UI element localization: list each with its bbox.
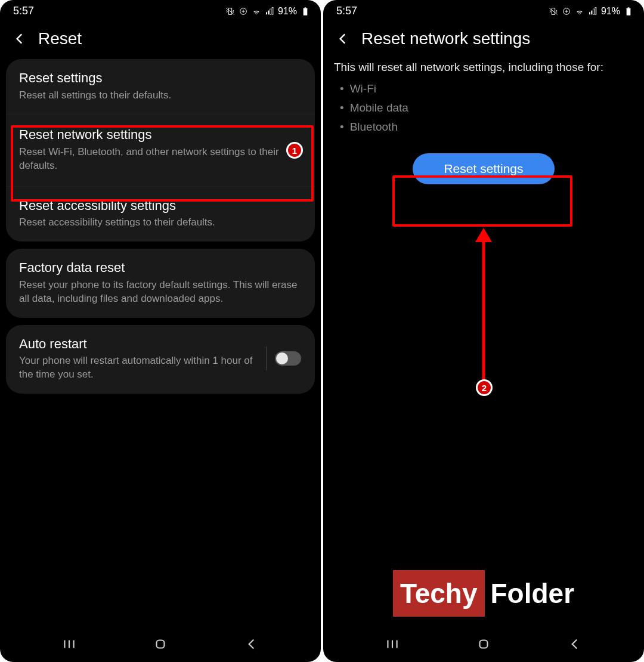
status-time: 5:57 — [336, 5, 357, 17]
svg-rect-19 — [628, 8, 630, 8]
battery-percent: 91% — [601, 6, 620, 17]
item-reset-accessibility-settings[interactable]: Reset accessibility settings Reset acces… — [6, 186, 315, 242]
nav-back-icon[interactable] — [244, 636, 259, 652]
svg-rect-11 — [156, 641, 164, 648]
wifi-icon — [575, 6, 584, 17]
bullet-bluetooth: Bluetooth — [340, 117, 627, 137]
intro-text: This will reset all network settings, in… — [323, 59, 644, 76]
item-subtitle: Your phone will restart automatically wi… — [19, 354, 260, 382]
item-subtitle: Reset all settings to their defaults. — [19, 89, 302, 103]
bullet-mobile-data: Mobile data — [340, 98, 627, 117]
phone-screenshot-right: 5:57 91% Reset network settings This wil… — [323, 0, 644, 662]
svg-rect-16 — [593, 9, 595, 14]
status-time: 5:57 — [13, 5, 34, 17]
item-subtitle: Reset your phone to its factory default … — [19, 279, 302, 306]
signal-icon — [588, 6, 597, 17]
phone-screenshot-left: 5:57 91% Reset Reset settings Reset all … — [0, 0, 321, 662]
status-icons: 91% — [549, 6, 633, 17]
settings-card-2: Factory data reset Reset your phone to i… — [6, 249, 315, 317]
item-subtitle: Reset Wi-Fi, Bluetooth, and other networ… — [19, 146, 302, 173]
nav-recents-icon[interactable] — [61, 636, 77, 652]
nav-home-icon[interactable] — [153, 636, 168, 652]
back-icon[interactable] — [335, 31, 351, 47]
battery-icon — [301, 6, 310, 17]
content-area: This will reset all network settings, in… — [323, 59, 644, 631]
page-header: Reset — [0, 20, 321, 59]
svg-rect-2 — [266, 13, 267, 15]
battery-icon — [624, 6, 633, 17]
page-title: Reset network settings — [361, 29, 530, 48]
item-subtitle: Reset accessibility settings to their de… — [19, 216, 302, 230]
page-header: Reset network settings — [323, 20, 644, 59]
status-icons: 91% — [225, 6, 310, 17]
bullet-list: Wi-Fi Mobile data Bluetooth — [323, 76, 644, 141]
back-icon[interactable] — [12, 31, 27, 47]
item-reset-settings[interactable]: Reset settings Reset all settings to the… — [6, 59, 315, 114]
item-title: Auto restart — [19, 336, 260, 352]
wifi-icon — [252, 6, 261, 17]
item-title: Reset network settings — [19, 126, 302, 143]
watermark: Techy Folder — [393, 570, 574, 617]
svg-rect-7 — [305, 8, 306, 8]
watermark-part-2: Folder — [490, 577, 574, 610]
svg-rect-4 — [270, 9, 271, 14]
page-title: Reset — [38, 29, 82, 48]
nav-bar — [323, 631, 644, 662]
vibrate-icon — [225, 6, 235, 17]
settings-card-1: Reset settings Reset all settings to the… — [6, 59, 315, 242]
item-title: Factory data reset — [19, 259, 302, 276]
item-auto-restart[interactable]: Auto restart Your phone will restart aut… — [6, 325, 315, 394]
status-bar: 5:57 91% — [323, 0, 644, 20]
nav-home-icon[interactable] — [476, 636, 491, 652]
vibrate-icon — [549, 6, 558, 17]
data-saver-icon — [562, 6, 571, 17]
svg-rect-25 — [479, 641, 487, 648]
svg-rect-17 — [595, 8, 596, 15]
content-area: Reset settings Reset all settings to the… — [0, 59, 321, 631]
nav-recents-icon[interactable] — [385, 636, 400, 652]
item-factory-data-reset[interactable]: Factory data reset Reset your phone to i… — [6, 249, 315, 317]
item-title: Reset accessibility settings — [19, 197, 302, 214]
data-saver-icon — [239, 6, 248, 17]
watermark-part-1: Techy — [393, 570, 485, 617]
svg-rect-6 — [304, 8, 308, 16]
settings-card-3: Auto restart Your phone will restart aut… — [6, 325, 315, 394]
svg-rect-15 — [591, 11, 592, 15]
nav-bar — [0, 631, 321, 662]
svg-rect-5 — [272, 8, 273, 15]
bullet-wifi: Wi-Fi — [340, 79, 627, 98]
auto-restart-toggle[interactable] — [275, 351, 301, 366]
reset-settings-button[interactable]: Reset settings — [413, 153, 554, 184]
battery-percent: 91% — [278, 6, 297, 17]
item-title: Reset settings — [19, 70, 302, 86]
svg-rect-18 — [627, 8, 631, 16]
item-reset-network-settings[interactable]: Reset network settings Reset Wi-Fi, Blue… — [6, 114, 315, 185]
signal-icon — [265, 6, 274, 17]
nav-back-icon[interactable] — [567, 636, 583, 652]
svg-rect-3 — [268, 11, 269, 15]
svg-rect-14 — [589, 13, 590, 15]
status-bar: 5:57 91% — [0, 0, 321, 20]
